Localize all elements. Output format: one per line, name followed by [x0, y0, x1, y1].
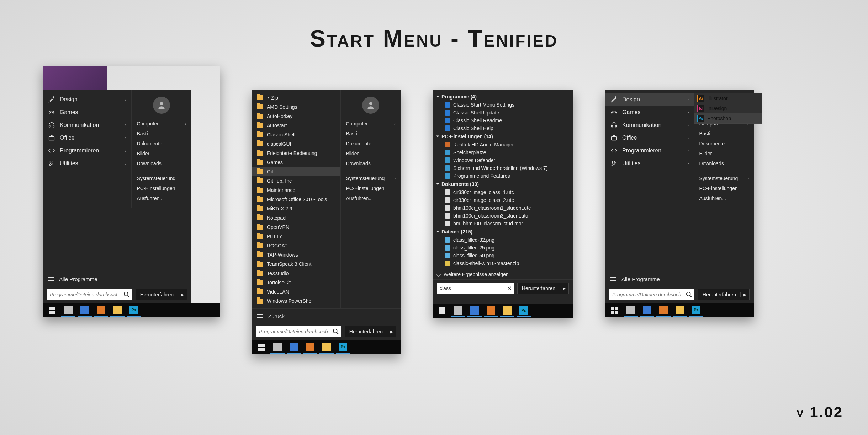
result-item[interactable]: bhm100cr_classroom3_stuent.utc [433, 212, 573, 220]
more-results-link[interactable]: Weitere Ergebnisse anzeigen [433, 269, 573, 279]
taskbar-firefox[interactable] [656, 304, 671, 317]
link-computer[interactable]: Computer › [132, 119, 191, 129]
taskbar-ps[interactable]: Ps [127, 304, 141, 317]
result-item[interactable]: cir330cr_mage_class_1.utc [433, 188, 573, 196]
chevron-right-icon[interactable]: ▶ [560, 286, 568, 291]
link-ausfhren[interactable]: Ausführen... [132, 193, 191, 203]
link-systemsteuerung[interactable]: Systemsteuerung › [341, 173, 401, 183]
search-input[interactable] [256, 326, 341, 337]
category-programmieren[interactable]: Programmieren › [605, 144, 694, 157]
back-button[interactable]: Zurück [252, 309, 401, 323]
result-item[interactable]: Classic Shell Update [433, 109, 573, 117]
result-item[interactable]: Classic Start Menu Settings [433, 101, 573, 109]
result-group[interactable]: Dokumente (30) [433, 180, 573, 188]
chevron-right-icon[interactable]: ▶ [178, 292, 187, 297]
folder-item[interactable]: Erleichterte Bedienung [252, 149, 340, 158]
taskbar-tbird[interactable] [78, 304, 92, 317]
folder-item[interactable]: TortoiseGit [252, 278, 340, 287]
folder-item[interactable]: Windows PowerShell [252, 296, 340, 306]
link-basti[interactable]: Basti [341, 129, 401, 139]
taskbar-explorer[interactable] [673, 304, 687, 317]
taskbar-ps[interactable]: Ps [689, 304, 703, 317]
link-ausfhren[interactable]: Ausführen... [694, 193, 754, 203]
result-item[interactable]: Programme und Features [433, 172, 573, 180]
link-dokumente[interactable]: Dokumente [341, 139, 401, 149]
folder-item[interactable]: TeamSpeak 3 Client [252, 259, 340, 269]
taskbar-win[interactable] [45, 304, 59, 316]
chevron-right-icon[interactable]: ▶ [387, 329, 396, 334]
result-group[interactable]: Dateien (215) [433, 227, 573, 236]
link-dokumente[interactable]: Dokumente [132, 139, 191, 149]
category-games[interactable]: Games › [43, 106, 131, 119]
folder-item[interactable]: Maintenance [252, 186, 340, 195]
folder-item[interactable]: 7-Zip [252, 93, 340, 102]
folder-item[interactable]: dispcalGUI [252, 139, 340, 149]
result-item[interactable]: cir330cr_mage_class_2.utc [433, 196, 573, 204]
folder-item[interactable]: GitHub, Inc [252, 176, 340, 186]
link-ausfhren[interactable]: Ausführen... [341, 193, 401, 203]
category-games[interactable]: Games › [605, 106, 694, 119]
taskbar-explorer[interactable] [319, 341, 334, 354]
taskbar-ps[interactable]: Ps [517, 304, 531, 317]
folder-item[interactable]: Notepad++ [252, 213, 340, 222]
link-systemsteuerung[interactable]: Systemsteuerung › [694, 173, 754, 183]
search-field[interactable] [256, 329, 330, 334]
folder-item[interactable]: TAP-Windows [252, 250, 340, 259]
taskbar-fox[interactable] [451, 304, 465, 317]
taskbar-firefox[interactable] [484, 304, 498, 317]
category-design[interactable]: Design › [605, 93, 694, 106]
taskbar-explorer[interactable] [110, 304, 125, 317]
category-kommunikation[interactable]: Kommunikation › [605, 119, 694, 131]
flyout-item-indesign[interactable]: Id InDesign [694, 103, 762, 113]
taskbar-firefox[interactable] [303, 341, 317, 354]
taskbar-ps[interactable]: Ps [336, 341, 350, 354]
category-design[interactable]: Design › [43, 93, 131, 106]
category-utilities[interactable]: Utilities › [43, 157, 131, 170]
folder-item[interactable]: MiKTeX 2.9 [252, 204, 340, 213]
category-kommunikation[interactable]: Kommunikation › [43, 119, 131, 131]
folder-item[interactable]: Autostart [252, 121, 340, 130]
taskbar-explorer[interactable] [500, 304, 514, 317]
result-group[interactable]: Programme (4) [433, 92, 573, 101]
taskbar-tbird[interactable] [640, 304, 654, 317]
all-programs-button[interactable]: Alle Programme [605, 272, 754, 286]
result-item[interactable]: class_filled-25.png [433, 244, 573, 252]
link-downloads[interactable]: Downloads [694, 159, 754, 168]
taskbar-tbird[interactable] [467, 304, 482, 317]
folder-item[interactable]: PuTTY [252, 232, 340, 241]
category-programmieren[interactable]: Programmieren › [43, 144, 131, 157]
result-item[interactable]: Classic Shell Help [433, 124, 573, 132]
folder-item[interactable]: VideoLAN [252, 287, 340, 296]
folder-item[interactable]: Microsoft Office 2016-Tools [252, 195, 340, 204]
taskbar-fox[interactable] [624, 304, 638, 317]
link-pceinstellungen[interactable]: PC-Einstellungen [694, 183, 754, 193]
result-item[interactable]: class_filled-50.png [433, 252, 573, 259]
search-input[interactable] [47, 289, 132, 300]
shutdown-button[interactable]: Herunterfahren ▶ [698, 289, 750, 300]
search-input[interactable] [609, 289, 694, 300]
link-pceinstellungen[interactable]: PC-Einstellungen [132, 183, 191, 193]
chevron-right-icon[interactable]: ▶ [740, 292, 749, 297]
result-item[interactable]: Realtek HD Audio-Manager [433, 141, 573, 149]
folder-item[interactable]: AutoHotkey [252, 112, 340, 121]
folder-item[interactable]: Git [252, 167, 340, 176]
taskbar-win[interactable] [607, 304, 621, 316]
folder-item[interactable]: AMD Settings [252, 102, 340, 112]
link-basti[interactable]: Basti [694, 129, 754, 139]
result-item[interactable]: hm_bhm100_classrm_stud.mor [433, 220, 573, 227]
link-basti[interactable]: Basti [132, 129, 191, 139]
taskbar-firefox[interactable] [94, 304, 108, 317]
link-downloads[interactable]: Downloads [132, 159, 191, 168]
clear-icon[interactable]: ✕ [505, 285, 514, 292]
category-office[interactable]: Office › [43, 131, 131, 144]
search-field[interactable] [437, 285, 505, 291]
search-field[interactable] [47, 292, 121, 297]
folder-item[interactable]: TeXstudio [252, 269, 340, 278]
shutdown-button[interactable]: Herunterfahren ▶ [345, 326, 396, 337]
shutdown-button[interactable]: Herunterfahren ▶ [517, 283, 569, 294]
user-avatar[interactable] [153, 97, 170, 114]
link-pceinstellungen[interactable]: PC-Einstellungen [341, 183, 401, 193]
flyout-item-illustrator[interactable]: Ai Illustrator [694, 93, 762, 103]
shutdown-button[interactable]: Herunterfahren ▶ [136, 289, 187, 300]
taskbar-tbird[interactable] [287, 341, 301, 354]
